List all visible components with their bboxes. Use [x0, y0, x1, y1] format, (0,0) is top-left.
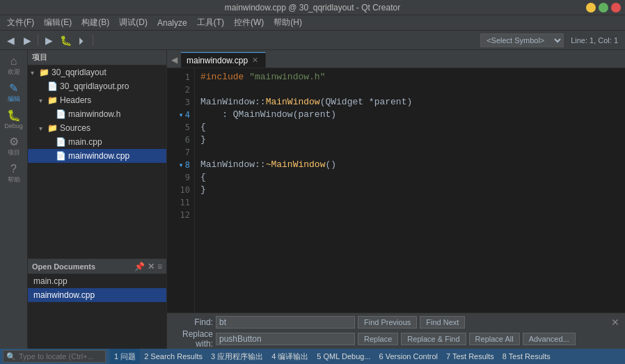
- file-tree-scroll[interactable]: ▾ 📁 30_qqridlayout 📄 30_qqridlayout.pro …: [28, 65, 166, 258]
- code-line-4: : QMainWindow(parent): [200, 109, 619, 121]
- open-docs-panel: Open Documents 📌 ✕ ≡ main.cppmainwindow.…: [28, 258, 166, 349]
- replace-label: Replace with:: [171, 329, 213, 349]
- window-controls: [586, 3, 621, 13]
- sidebar-icon-欢迎[interactable]: ⌂欢迎: [1, 53, 26, 79]
- tree-item-label: mainwindow.h: [68, 109, 120, 119]
- sidebar-glyph: ⚙: [9, 136, 19, 148]
- status-item-3[interactable]: 4 编译输出: [267, 349, 312, 364]
- open-doc-mainwindowcpp[interactable]: mainwindow.cpp: [28, 288, 166, 302]
- line-number-11: 11: [167, 196, 194, 209]
- title-text: mainwindow.cpp @ 30_qqridlayout - Qt Cre…: [225, 3, 400, 13]
- menu-bar: 文件(F)编辑(E)构建(B)调试(D)Analyze工具(T)控件(W)帮助(…: [0, 15, 625, 31]
- menu-item-t[interactable]: 工具(T): [193, 15, 228, 30]
- menu-item-e[interactable]: 编辑(E): [40, 15, 76, 30]
- line-number-4: ▾4: [167, 109, 194, 121]
- status-item-7[interactable]: 8 Test Results: [498, 349, 555, 364]
- find-label: Find:: [171, 317, 213, 327]
- token-cls: QWidget: [325, 96, 363, 109]
- code-content[interactable]: #include "mainwindow.h" MainWindow::Main…: [195, 68, 625, 312]
- sidebar-glyph: ?: [10, 164, 17, 175]
- find-close-icon[interactable]: ✕: [610, 317, 621, 328]
- toolbar-build-button[interactable]: ▶: [41, 33, 56, 48]
- sidebar-glyph: 🐛: [7, 110, 21, 121]
- select-symbol-dropdown[interactable]: <Select Symbol>: [480, 33, 564, 47]
- replace-row: Replace with: Replace Replace & Find Rep…: [171, 331, 621, 347]
- tab-mainwindow-cpp[interactable]: mainwindow.cpp ✕: [181, 52, 266, 68]
- tree-arrow: ▾: [31, 69, 39, 77]
- open-docs-close-icon[interactable]: ✕: [148, 262, 155, 271]
- open-doc-maincpp[interactable]: main.cpp: [28, 274, 166, 288]
- tree-file-icon: 📁: [47, 123, 58, 133]
- status-item-1[interactable]: 2 Search Results: [140, 349, 207, 364]
- toolbar-debug-button[interactable]: 🐛: [58, 33, 73, 48]
- tree-item-mainwindowcpp[interactable]: 📄 mainwindow.cpp: [28, 149, 166, 163]
- menu-item-analyze[interactable]: Analyze: [153, 17, 191, 29]
- tree-item-30qqridlayout[interactable]: ▾ 📁 30_qqridlayout: [28, 65, 166, 79]
- sidebar-icon-label: Debug: [4, 122, 23, 130]
- status-item-0[interactable]: 1 问题: [110, 349, 140, 364]
- tree-file-icon: 📄: [56, 109, 67, 119]
- minimize-button[interactable]: [586, 3, 596, 13]
- main-content: ⌂欢迎✎编辑🐛Debug⚙项目?帮助 项目 ▾ 📁 30_qqridlayout…: [0, 50, 625, 349]
- toolbar-back-button[interactable]: ◀: [3, 33, 18, 48]
- find-next-button[interactable]: Find Next: [420, 316, 465, 329]
- tree-item-label: mainwindow.cpp: [68, 151, 129, 161]
- fold-arrow-icon: ▾: [179, 110, 184, 120]
- sidebar-icon-Debug[interactable]: 🐛Debug: [1, 107, 26, 133]
- tree-item-sources[interactable]: ▾ 📁 Sources: [28, 121, 166, 135]
- tree-item-label: main.cpp: [68, 137, 102, 147]
- token-punct: ::: [255, 159, 266, 171]
- sidebar-glyph: ⌂: [10, 56, 17, 67]
- code-line-10: }: [200, 184, 619, 196]
- status-item-6[interactable]: 7 Test Results: [442, 349, 498, 364]
- tree-item-headers[interactable]: ▾ 📁 Headers: [28, 93, 166, 107]
- close-button[interactable]: [611, 3, 621, 13]
- sidebar-icons: ⌂欢迎✎编辑🐛Debug⚙项目?帮助: [0, 50, 28, 349]
- tree-item-label: Headers: [60, 95, 91, 105]
- status-item-2[interactable]: 3 应用程序输出: [207, 349, 267, 364]
- menu-item-w[interactable]: 控件(W): [230, 15, 268, 30]
- sidebar-icon-帮助[interactable]: ?帮助: [1, 161, 26, 187]
- sidebar-icon-项目[interactable]: ⚙项目: [1, 134, 26, 159]
- tab-label: mainwindow.cpp: [187, 56, 248, 65]
- sidebar-icon-label: 项目: [8, 149, 20, 157]
- menu-item-f[interactable]: 文件(F): [3, 15, 38, 30]
- replace-all-button[interactable]: Replace All: [469, 333, 520, 345]
- menu-item-h[interactable]: 帮助(H): [269, 15, 306, 30]
- code-line-12: [200, 209, 619, 221]
- replace-input[interactable]: [216, 333, 355, 345]
- tab-close-icon[interactable]: ✕: [251, 56, 260, 65]
- line-number-6: 6: [167, 134, 194, 146]
- line-number-8: ▾8: [167, 159, 194, 171]
- menu-item-b[interactable]: 构建(B): [77, 15, 113, 30]
- token-punct: ::: [255, 96, 266, 109]
- open-docs-menu-icon[interactable]: ≡: [157, 262, 162, 271]
- advanced-button[interactable]: Advanced...: [523, 333, 576, 345]
- status-bar: 🔍 1 问题2 Search Results3 应用程序输出4 编译输出5 QM…: [0, 349, 625, 364]
- replace-find-button[interactable]: Replace & Find: [401, 333, 466, 345]
- tree-file-icon: 📁: [39, 68, 50, 77]
- menu-item-d[interactable]: 调试(D): [115, 15, 152, 30]
- toolbar-forward-button[interactable]: ▶: [19, 33, 35, 48]
- tree-item-maincpp[interactable]: 📄 main.cpp: [28, 135, 166, 149]
- token-fn: MainWindow: [266, 96, 320, 109]
- status-item-4[interactable]: 5 QML Debug...: [312, 349, 374, 364]
- toolbar-separator-2: [93, 35, 93, 46]
- line-number-7: 7: [167, 146, 194, 159]
- code-line-5: {: [200, 121, 619, 134]
- line-number-10: 10: [167, 184, 194, 196]
- tree-item-30qqridlayoutpro[interactable]: 📄 30_qqridlayout.pro: [28, 79, 166, 93]
- find-previous-button[interactable]: Find Previous: [358, 316, 417, 329]
- maximize-button[interactable]: [599, 3, 608, 13]
- code-line-9: {: [200, 171, 619, 184]
- status-item-5[interactable]: 6 Version Control: [375, 349, 442, 364]
- replace-button[interactable]: Replace: [358, 333, 398, 345]
- tree-item-mainwindowh[interactable]: 📄 mainwindow.h: [28, 107, 166, 121]
- open-docs-pin-icon[interactable]: 📌: [134, 262, 145, 271]
- sidebar-icon-编辑[interactable]: ✎编辑: [1, 80, 26, 106]
- status-search-input[interactable]: [19, 352, 102, 361]
- line-col-indicator: Line: 1, Col: 1: [567, 36, 622, 45]
- tab-nav-left[interactable]: ◀: [167, 52, 181, 68]
- toolbar-run-button[interactable]: ⏵: [74, 33, 90, 48]
- find-input[interactable]: [216, 316, 355, 329]
